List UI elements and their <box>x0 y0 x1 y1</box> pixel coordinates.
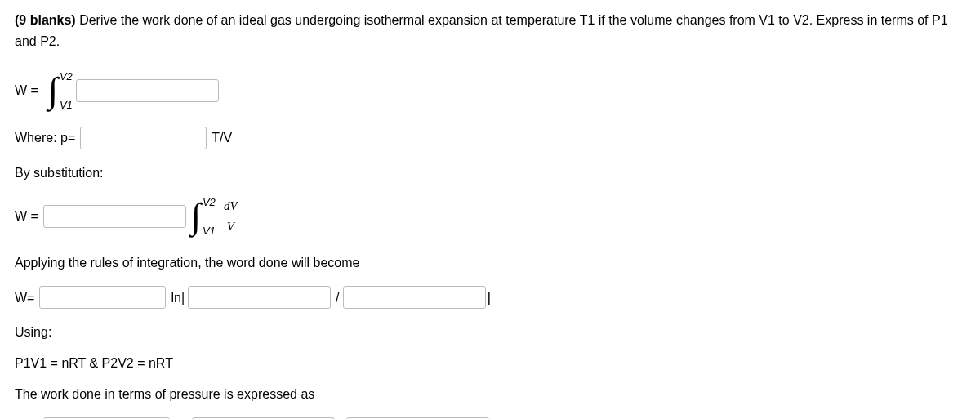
blank-5[interactable] <box>188 286 331 309</box>
blank-6[interactable] <box>343 286 486 309</box>
by-substitution: By substitution: <box>15 163 965 184</box>
pipe-1: | <box>488 286 492 310</box>
frac-num: dV <box>220 196 241 216</box>
where-row: Where: p= T/V <box>15 123 965 153</box>
tv-suffix: T/V <box>212 127 232 149</box>
w-equals-2: W = <box>15 206 38 227</box>
equation-row-2: W = ∫ V2 V1 dV V <box>15 194 965 239</box>
question-prompt: Derive the work done of an ideal gas und… <box>15 13 948 48</box>
slash-1: / <box>336 288 339 309</box>
integral-sign-icon: ∫ V2 V1 <box>48 73 58 109</box>
int2-upper: V2 <box>203 197 216 207</box>
blank-3[interactable] <box>43 205 186 228</box>
w-equals-3: W= <box>15 288 34 309</box>
int1-upper: V2 <box>60 71 73 82</box>
integral-sign-icon-2: ∫ V2 V1 <box>191 198 201 234</box>
integral-2: ∫ V2 V1 <box>191 198 201 234</box>
blank-1[interactable] <box>76 79 219 102</box>
relation-text: P1V1 = nRT & P2V2 = nRT <box>15 353 965 374</box>
equation-row-3: W= ln| / | <box>15 283 965 312</box>
frac-den: V <box>224 216 238 236</box>
blank-2[interactable] <box>80 127 207 149</box>
integration-text: Applying the rules of integration, the w… <box>15 252 965 274</box>
where-label: Where: p= <box>15 127 75 149</box>
w-equals-1: W = <box>15 80 38 101</box>
int1-lower: V1 <box>60 100 73 110</box>
using-label: Using: <box>15 322 965 343</box>
question-header: (9 blanks) Derive the work done of an id… <box>15 10 965 51</box>
ln-1: ln| <box>171 288 185 309</box>
pressure-text: The work done in terms of pressure is ex… <box>15 384 965 405</box>
integral-1: ∫ V2 V1 <box>48 73 58 109</box>
fraction-dv-v: dV V <box>220 196 241 236</box>
int2-lower: V1 <box>203 225 216 236</box>
blank-4[interactable] <box>39 286 166 309</box>
equation-row-4: W = ln| / | <box>15 414 965 419</box>
equation-row-1: W = ∫ V2 V1 <box>15 68 965 114</box>
blanks-label: (9 blanks) <box>15 13 76 27</box>
